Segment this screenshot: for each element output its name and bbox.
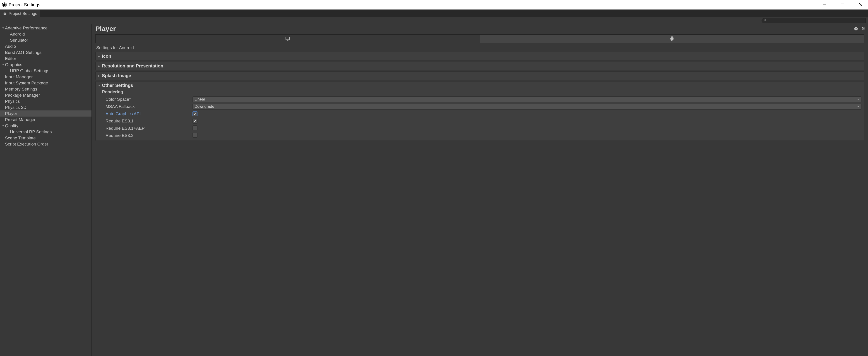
- foldout-icon: ▶Icon: [95, 52, 864, 60]
- field-label: Color Space*: [102, 97, 192, 102]
- sidebar-item-urp-global-settings[interactable]: ▶URP Global Settings: [0, 68, 92, 74]
- svg-line-6: [766, 21, 766, 21]
- svg-rect-15: [286, 37, 290, 40]
- sidebar-item-label: Quality: [5, 123, 18, 128]
- field-label: MSAA Fallback: [102, 104, 192, 109]
- sidebar-item-scene-template[interactable]: ▶Scene Template: [0, 135, 92, 141]
- platform-subheading: Settings for Android: [96, 45, 866, 50]
- svg-point-13: [864, 29, 864, 29]
- foldout-header[interactable]: ▶Resolution and Presentation: [98, 63, 862, 69]
- settings-preset-icon[interactable]: [861, 26, 866, 31]
- foldout-header[interactable]: ▶Icon: [98, 54, 862, 59]
- field-label: Require ES3.2: [102, 133, 192, 138]
- tab-project-settings[interactable]: Project Settings: [0, 10, 40, 17]
- sidebar-item-audio[interactable]: ▶Audio: [0, 43, 92, 49]
- window-close-button[interactable]: [855, 0, 866, 9]
- sidebar-item-label: Physics 2D: [5, 105, 27, 110]
- sidebar-item-preset-manager[interactable]: ▶Preset Manager: [0, 117, 92, 123]
- foldout-header-other-settings[interactable]: ▼ Other Settings: [98, 83, 862, 88]
- foldout-title: Resolution and Presentation: [102, 63, 163, 69]
- svg-point-12: [862, 27, 863, 28]
- tab-strip: Project Settings: [0, 9, 868, 17]
- platform-tab-android[interactable]: [480, 34, 864, 43]
- chevron-right-icon: ▶: [98, 74, 102, 77]
- svg-point-14: [863, 29, 863, 30]
- sidebar-item-player[interactable]: ▶Player: [0, 110, 92, 117]
- sidebar-item-input-manager[interactable]: ▶Input Manager: [0, 74, 92, 80]
- checkbox-require-es31[interactable]: ✓: [192, 119, 197, 124]
- foldout-other-settings: ▼ Other Settings Rendering Color Space* …: [95, 81, 864, 141]
- sidebar-item-label: Memory Settings: [5, 87, 37, 92]
- window-minimize-button[interactable]: [819, 0, 830, 9]
- android-icon: [670, 36, 675, 41]
- sidebar-item-label: Burst AOT Settings: [5, 50, 41, 55]
- sidebar-item-quality[interactable]: ▼Quality: [0, 123, 92, 129]
- sidebar-item-adaptive-performance[interactable]: ▼Adaptive Performance: [0, 25, 92, 31]
- toolbar: [0, 17, 868, 24]
- chevron-down-icon: ▼: [857, 98, 859, 101]
- sidebar-item-label: Input System Package: [5, 80, 48, 86]
- chevron-right-icon: ▶: [98, 65, 102, 68]
- sidebar-item-physics-2d[interactable]: ▶Physics 2D: [0, 104, 92, 110]
- checkbox-require-es31aep[interactable]: [192, 125, 197, 130]
- field-label: Auto Graphics API: [102, 111, 192, 116]
- svg-text:?: ?: [855, 27, 857, 30]
- dropdown-msaa-fallback[interactable]: Downgrade ▼: [192, 104, 862, 109]
- sidebar-item-label: Android: [10, 32, 25, 37]
- chevron-down-icon: ▼: [1, 27, 5, 30]
- sidebar-item-label: Package Manager: [5, 93, 40, 98]
- window-title: Project Settings: [9, 2, 40, 7]
- platform-tab-desktop[interactable]: [95, 34, 480, 43]
- field-auto-graphics-api: Auto Graphics API ✓: [102, 110, 862, 118]
- dropdown-color-space[interactable]: Linear ▼: [192, 96, 862, 102]
- sidebar-item-label: Player: [5, 111, 17, 116]
- sidebar-item-label: Editor: [5, 56, 16, 61]
- sidebar-item-memory-settings[interactable]: ▶Memory Settings: [0, 86, 92, 92]
- sidebar-item-script-execution-order[interactable]: ▶Script Execution Order: [0, 141, 92, 147]
- help-icon[interactable]: ?: [854, 26, 859, 31]
- chevron-down-icon: ▼: [1, 63, 5, 66]
- section-label-rendering: Rendering: [102, 89, 862, 94]
- field-color-space: Color Space* Linear ▼: [102, 96, 862, 103]
- chevron-down-icon: ▼: [857, 105, 859, 108]
- window-titlebar: Project Settings: [0, 0, 868, 9]
- sidebar-item-package-manager[interactable]: ▶Package Manager: [0, 92, 92, 98]
- sidebar-item-editor[interactable]: ▶Editor: [0, 56, 92, 62]
- svg-marker-1: [3, 3, 6, 6]
- sidebar-item-universal-rp-settings[interactable]: ▶Universal RP Settings: [0, 129, 92, 135]
- search-icon: [764, 19, 766, 22]
- sidebar-item-android[interactable]: ▶Android: [0, 31, 92, 37]
- checkbox-require-es32[interactable]: [192, 133, 197, 138]
- platform-tabs: [95, 34, 864, 43]
- svg-point-5: [764, 19, 766, 21]
- sidebar-item-label: Input Manager: [5, 74, 33, 79]
- gear-icon: [3, 12, 7, 15]
- foldout-resolution-and-presentation: ▶Resolution and Presentation: [95, 62, 864, 70]
- tab-label: Project Settings: [9, 11, 37, 16]
- sidebar-item-label: Preset Manager: [5, 117, 36, 122]
- foldout-header[interactable]: ▶Splash Image: [98, 73, 862, 78]
- settings-sidebar: ▼Adaptive Performance▶Android▶Simulator▶…: [0, 24, 92, 356]
- monitor-icon: [285, 36, 290, 41]
- field-require-es32: Require ES3.2: [102, 132, 862, 139]
- sidebar-item-graphics[interactable]: ▼Graphics: [0, 62, 92, 68]
- field-label: Require ES3.1: [102, 119, 192, 124]
- sidebar-item-input-system-package[interactable]: ▶Input System Package: [0, 80, 92, 86]
- sidebar-item-simulator[interactable]: ▶Simulator: [0, 37, 92, 43]
- chevron-down-icon: ▼: [98, 84, 102, 87]
- unity-logo-icon: [2, 2, 7, 7]
- chevron-right-icon: ▶: [98, 55, 102, 58]
- sidebar-item-label: URP Global Settings: [10, 68, 50, 73]
- sidebar-item-label: Graphics: [5, 62, 22, 67]
- checkbox-auto-graphics-api[interactable]: ✓: [192, 111, 197, 116]
- sidebar-item-physics[interactable]: ▶Physics: [0, 98, 92, 104]
- sidebar-item-burst-aot-settings[interactable]: ▶Burst AOT Settings: [0, 49, 92, 56]
- sidebar-item-label: Adaptive Performance: [5, 26, 48, 31]
- field-require-es31: Require ES3.1 ✓: [102, 118, 862, 125]
- foldout-title: Splash Image: [102, 73, 131, 78]
- search-box[interactable]: [762, 18, 866, 23]
- sidebar-item-label: Audio: [5, 44, 16, 49]
- search-input[interactable]: [768, 19, 864, 23]
- window-maximize-button[interactable]: [837, 0, 848, 9]
- sidebar-item-label: Scene Template: [5, 136, 36, 140]
